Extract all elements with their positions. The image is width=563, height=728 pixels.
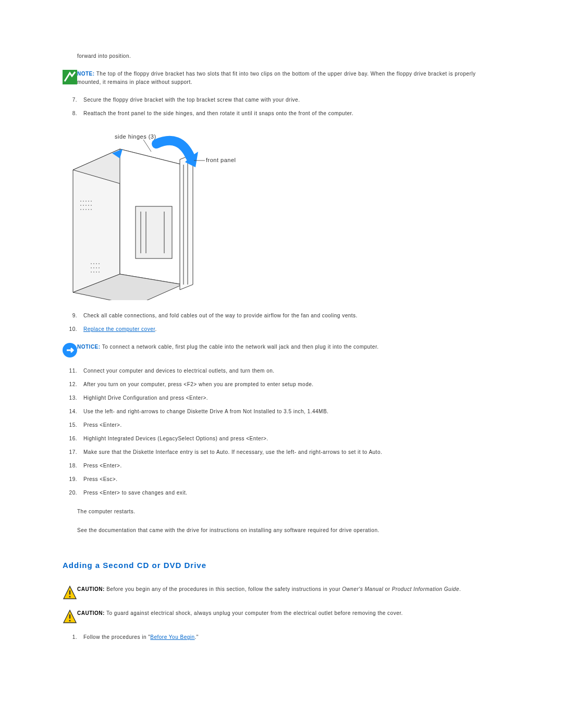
step-number: 12.	[63, 380, 83, 389]
svg-point-8	[88, 201, 89, 202]
svg-point-19	[91, 209, 92, 210]
note-text: The top of the floppy drive bracket has …	[77, 71, 475, 85]
svg-point-23	[99, 263, 100, 264]
caution2-text: To guard against electrical shock, alway…	[105, 610, 403, 616]
step-number: 8.	[63, 109, 83, 118]
step-number: 9.	[63, 312, 83, 320]
svg-point-24	[91, 267, 92, 268]
caution-callout-2: CAUTION: To guard against electrical sho…	[63, 609, 500, 624]
caution-label: CAUTION:	[77, 586, 105, 592]
step-text: Connect your computer and devices to ele…	[83, 367, 500, 375]
svg-point-16	[83, 209, 84, 210]
step-number: 13.	[63, 394, 83, 402]
svg-point-22	[96, 263, 97, 264]
caution-mid: or	[383, 586, 391, 592]
step-text: Highlight Integrated Devices (LegacySele…	[83, 435, 500, 443]
link-before-you-begin[interactable]: Before You Begin	[150, 634, 194, 640]
caution-suffix: .	[459, 586, 461, 592]
svg-point-29	[93, 272, 94, 273]
svg-point-28	[91, 272, 92, 273]
svg-text:side hinges (3): side hinges (3)	[115, 133, 156, 140]
step-text: Press <Enter> to save changes and exit.	[83, 489, 500, 497]
step-item: 13.Highlight Drive Configuration and pre…	[63, 394, 500, 402]
svg-point-25	[93, 267, 94, 268]
step-text: Highlight Drive Configuration and press …	[83, 394, 500, 402]
step-item: 16.Highlight Integrated Devices (LegacyS…	[63, 435, 500, 443]
note-icon	[63, 70, 77, 87]
step-text: Use the left- and right-arrows to change…	[83, 408, 500, 416]
svg-point-14	[91, 205, 92, 206]
svg-point-7	[85, 201, 87, 202]
svg-point-20	[91, 263, 92, 264]
link-replace-cover[interactable]: Replace the computer cover	[83, 326, 155, 332]
step-text: After you turn on your computer, press <…	[83, 380, 500, 389]
caution-callout-1: CAUTION: Before you begin any of the pro…	[63, 585, 500, 600]
caution-ital1: Owner's Manual	[342, 586, 383, 592]
caution-ital2: Product Information Guide	[392, 586, 459, 592]
heading-second-drive: Adding a Second CD or DVD Drive	[63, 561, 500, 570]
caution-label: CAUTION:	[77, 610, 105, 616]
continuation-text: forward into position.	[77, 52, 500, 60]
svg-point-12	[85, 205, 87, 206]
svg-point-27	[99, 267, 100, 268]
svg-line-42	[143, 140, 151, 152]
step-item: 18.Press <Enter>.	[63, 462, 500, 470]
step-item: 7.Secure the floppy drive bracket with t…	[63, 96, 500, 104]
svg-marker-36	[180, 154, 193, 290]
step-number: 19.	[63, 475, 83, 484]
step-number: 15.	[63, 421, 83, 429]
step-item: 20.Press <Enter> to save changes and exi…	[63, 489, 500, 497]
step-item: 14.Use the left- and right-arrows to cha…	[63, 408, 500, 416]
notice-text: To connect a network cable, first plug t…	[101, 344, 379, 350]
notice-callout: NOTICE: To connect a network cable, firs…	[63, 343, 500, 357]
step-number: 7.	[63, 96, 83, 104]
step-item: 12.After you turn on your computer, pres…	[63, 380, 500, 389]
svg-text:front panel: front panel	[206, 157, 236, 163]
step-number: 18.	[63, 462, 83, 470]
caution-icon	[63, 585, 77, 600]
step-pre: Follow the procedures in "	[83, 634, 150, 640]
svg-point-26	[96, 267, 97, 268]
svg-point-5	[80, 201, 81, 202]
figure-front-panel: side hinges (3) front panel	[63, 128, 500, 301]
svg-point-51	[69, 620, 70, 621]
svg-point-13	[88, 205, 89, 206]
step-number: 17.	[63, 448, 83, 456]
step-1-section2: 1. Follow the procedures in "Before You …	[63, 633, 500, 641]
step-number: 16.	[63, 435, 83, 443]
step-suffix: ."	[195, 634, 199, 640]
step-text: Make sure that the Diskette Interface en…	[83, 448, 500, 456]
step-item: 8.Reattach the front panel to the side h…	[63, 109, 500, 118]
step-item: 15.Press <Enter>.	[63, 421, 500, 429]
notice-label: NOTICE:	[77, 344, 101, 350]
svg-point-48	[69, 596, 70, 597]
step-text: Reattach the front panel to the side hin…	[83, 109, 500, 118]
step-text: Press <Enter>.	[83, 421, 500, 429]
svg-point-17	[85, 209, 87, 210]
svg-point-6	[83, 201, 84, 202]
svg-point-10	[80, 205, 81, 206]
step-suffix: .	[155, 326, 157, 332]
step-number: 10.	[63, 325, 83, 334]
svg-point-9	[91, 201, 92, 202]
svg-point-21	[93, 263, 94, 264]
note-label: NOTE:	[77, 71, 95, 77]
step-number: 1.	[63, 633, 83, 641]
svg-point-11	[83, 205, 84, 206]
step-text: Press <Esc>.	[83, 475, 500, 484]
caution-icon	[63, 609, 77, 624]
note-callout: NOTE: The top of the floppy drive bracke…	[63, 70, 500, 87]
step-text: Press <Enter>.	[83, 462, 500, 470]
step-number: 11.	[63, 367, 83, 375]
notice-icon	[63, 343, 77, 357]
step-text: Check all cable connections, and fold ca…	[83, 312, 500, 320]
step-item: 17.Make sure that the Diskette Interface…	[63, 448, 500, 456]
step-text: Secure the floppy drive bracket with the…	[83, 96, 500, 104]
paragraph-docs: See the documentation that came with the…	[77, 526, 500, 535]
step-number: 20.	[63, 489, 83, 497]
step-10: 10. Replace the computer cover.	[63, 325, 500, 334]
paragraph-restart: The computer restarts.	[77, 508, 500, 516]
step-item: 19.Press <Esc>.	[63, 475, 500, 484]
step-number: 14.	[63, 408, 83, 416]
svg-point-31	[99, 272, 100, 273]
